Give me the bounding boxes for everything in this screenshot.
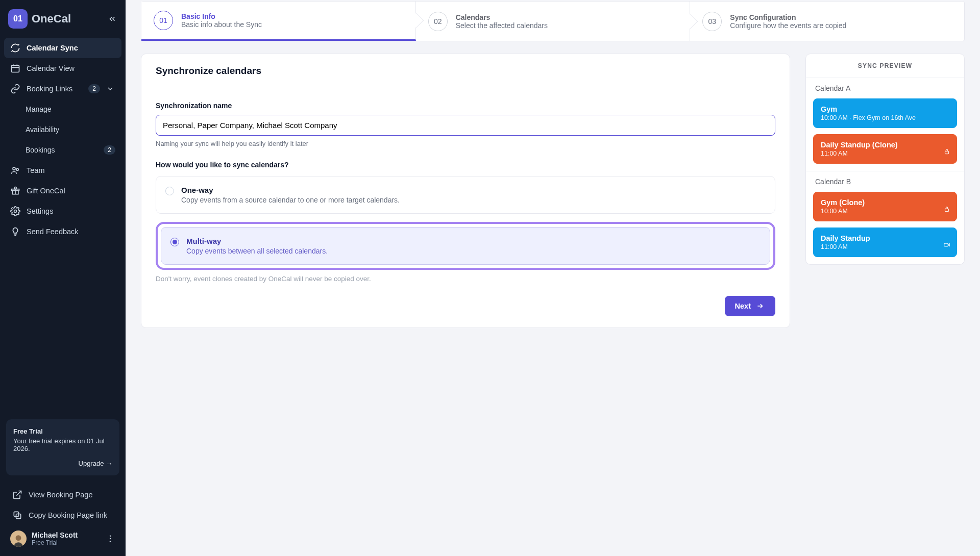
event-card: Daily Standup 11:00 AM (813, 228, 957, 257)
arrow-right-icon (755, 301, 765, 311)
sidebar: 01 OneCal Calendar Sync Calendar View Bo… (0, 0, 126, 556)
booking-links-badge: 2 (88, 84, 100, 93)
sidebar-sub-availability[interactable]: Availability (4, 119, 121, 140)
radio-icon (170, 238, 179, 246)
bookings-badge: 2 (104, 145, 115, 155)
user-name: Michael Scott (32, 531, 78, 539)
radio-icon (165, 187, 174, 195)
sidebar-item-label: Booking Links (27, 85, 72, 93)
trial-body: Your free trial expires on 01 Jul 2026. (13, 437, 112, 452)
sync-name-help: Naming your sync will help you easily id… (156, 140, 775, 147)
sidebar-item-view-booking-page[interactable]: View Booking Page (6, 485, 119, 505)
step-subtitle: Basic info about the Sync (181, 20, 262, 29)
sidebar-item-settings[interactable]: Settings (4, 201, 121, 221)
next-button-label: Next (735, 302, 751, 310)
event-subtitle: 10:00 AM · Flex Gym on 16th Ave (821, 114, 949, 121)
radio-title: Multi-way (186, 237, 328, 245)
step-subtitle: Configure how the events are copied (730, 21, 846, 30)
sidebar-sub-manage[interactable]: Manage (4, 99, 121, 119)
preview-calendar-a: Calendar A Gym 10:00 AM · Flex Gym on 16… (806, 78, 964, 171)
chevron-down-icon[interactable] (105, 84, 115, 94)
sync-name-input[interactable] (156, 115, 775, 136)
bulb-icon (10, 226, 20, 237)
sidebar-item-booking-links[interactable]: Booking Links 2 (4, 79, 121, 99)
sidebar-item-label: Settings (27, 207, 53, 215)
step-title: Sync Configuration (730, 13, 846, 21)
event-subtitle: 11:00 AM (821, 243, 949, 250)
user-status: Free Trial (32, 539, 78, 546)
user-row: Michael Scott Free Trial (6, 525, 119, 549)
event-title: Gym (821, 105, 949, 113)
radio-desc: Copy events from a source calendar to on… (181, 196, 400, 204)
radio-title: One-way (181, 186, 400, 194)
sidebar-item-calendar-sync[interactable]: Calendar Sync (4, 38, 121, 58)
event-title: Gym (Clone) (821, 198, 949, 207)
lock-icon (943, 206, 950, 215)
svg-point-1 (13, 167, 15, 170)
event-title: Daily Standup (821, 234, 949, 242)
sidebar-item-label: Gift OneCal (27, 187, 65, 195)
logo-text: OneCal (32, 12, 71, 26)
collapse-sidebar-icon[interactable] (107, 14, 117, 24)
avatar[interactable] (10, 530, 27, 547)
trial-card: Free Trial Your free trial expires on 01… (6, 419, 119, 475)
app-logo[interactable]: 01 OneCal (8, 9, 71, 29)
sync-icon (10, 43, 20, 53)
sidebar-item-label: Calendar View (27, 64, 75, 72)
sync-name-label: Synchronization name (156, 102, 775, 110)
svg-point-5 (14, 210, 17, 213)
upgrade-link[interactable]: Upgrade → (13, 460, 112, 467)
svg-rect-13 (945, 209, 949, 211)
highlighted-option-frame: Multi-way Copy events between all select… (156, 222, 775, 270)
user-menu-icon[interactable] (105, 534, 115, 544)
main-content: 01 Basic Info Basic info about the Sync … (126, 0, 980, 556)
sidebar-item-label: Calendar Sync (27, 44, 78, 52)
link-icon (10, 84, 20, 94)
external-link-icon (12, 490, 22, 500)
trial-title: Free Trial (13, 427, 112, 435)
calendar-label: Calendar A (806, 78, 964, 98)
event-card: Gym (Clone) 10:00 AM (813, 192, 957, 221)
preview-calendar-b: Calendar B Gym (Clone) 10:00 AM Daily St… (806, 171, 964, 264)
sidebar-item-label: Bookings (26, 146, 55, 154)
sidebar-item-feedback[interactable]: Send Feedback (4, 221, 121, 242)
form-card: Synchronize calendars Synchronization na… (141, 54, 790, 328)
sync-preview-panel: SYNC PREVIEW Calendar A Gym 10:00 AM · F… (805, 54, 965, 265)
step-number: 02 (428, 12, 448, 31)
sidebar-item-label: Send Feedback (27, 228, 79, 236)
sidebar-item-gift[interactable]: Gift OneCal (4, 181, 121, 201)
step-sync-config[interactable]: 03 Sync Configuration Configure how the … (690, 2, 964, 41)
sidebar-item-team[interactable]: Team (4, 160, 121, 181)
gear-icon (10, 206, 20, 216)
clone-note: Don't worry, event clones created by One… (156, 275, 775, 283)
event-card: Gym 10:00 AM · Flex Gym on 16th Ave (813, 98, 957, 128)
lock-icon (943, 148, 950, 157)
step-calendars[interactable]: 02 Calendars Select the affected calenda… (416, 2, 691, 41)
logo-badge: 01 (8, 9, 28, 29)
sidebar-item-label: Availability (26, 125, 59, 134)
sidebar-item-copy-booking-link[interactable]: Copy Booking Page link (6, 505, 119, 525)
copy-icon (12, 510, 22, 520)
radio-multi-way[interactable]: Multi-way Copy events between all select… (161, 227, 770, 265)
event-subtitle: 10:00 AM (821, 208, 949, 215)
step-title: Calendars (456, 13, 548, 21)
card-heading: Synchronize calendars (156, 65, 775, 77)
svg-rect-12 (945, 151, 949, 154)
svg-point-2 (16, 168, 18, 170)
step-title: Basic Info (181, 12, 262, 20)
video-icon (943, 241, 950, 250)
svg-point-9 (110, 536, 111, 537)
svg-rect-14 (944, 243, 948, 246)
step-basic-info[interactable]: 01 Basic Info Basic info about the Sync (141, 2, 416, 41)
sidebar-item-label: Copy Booking Page link (29, 511, 107, 519)
sidebar-item-calendar-view[interactable]: Calendar View (4, 58, 121, 79)
team-icon (10, 165, 20, 175)
sidebar-item-label: View Booking Page (29, 491, 93, 499)
next-button[interactable]: Next (725, 296, 775, 316)
radio-one-way[interactable]: One-way Copy events from a source calend… (156, 176, 775, 214)
sidebar-item-label: Team (27, 166, 44, 174)
sidebar-sub-bookings[interactable]: Bookings 2 (4, 140, 121, 160)
event-card: Daily Standup (Clone) 11:00 AM (813, 134, 957, 164)
radio-desc: Copy events between all selected calenda… (186, 247, 328, 255)
step-number: 01 (154, 11, 173, 30)
